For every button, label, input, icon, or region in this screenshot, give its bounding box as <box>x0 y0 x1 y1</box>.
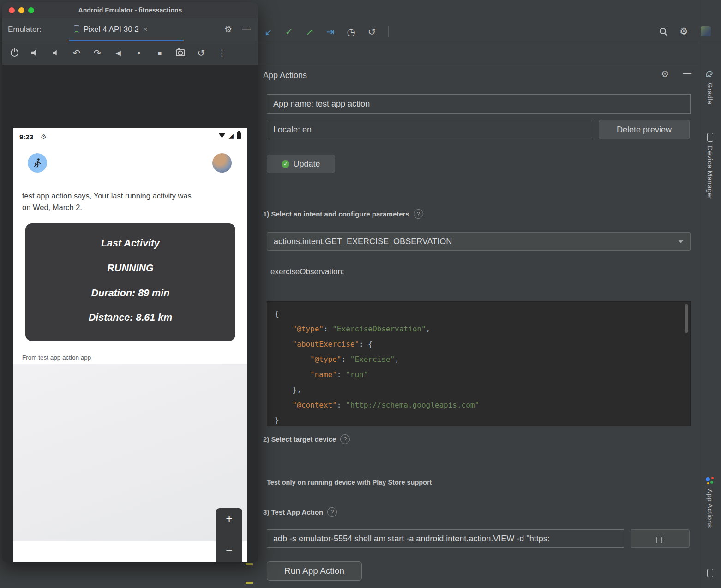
sidebar-item-app-actions[interactable]: App Actions <box>698 475 721 528</box>
commit-check-icon[interactable]: ✓ <box>285 27 294 36</box>
step1-text: 1) Select an intent and configure parame… <box>263 210 409 218</box>
assistant-message-text: test app action says, Your last running … <box>22 190 201 213</box>
step2-label: 2) Select target device ? <box>263 434 350 444</box>
apply-changes-icon[interactable]: ⇥ <box>326 27 335 36</box>
snapshot-history-icon[interactable]: ↺ <box>197 48 206 58</box>
device-tool-icon <box>707 569 713 577</box>
card-duration: Duration: 89 min <box>25 288 235 299</box>
emulator-window: Android Emulator - fitnessactions Emulat… <box>2 2 258 562</box>
sidebar-item-gradle[interactable]: Gradle <box>698 69 721 105</box>
sidebar-label-gradle: Gradle <box>706 83 714 105</box>
device-manager-icon <box>707 133 713 142</box>
rotate-left-icon[interactable]: ↶ <box>72 48 81 58</box>
emulator-minimize-icon[interactable]: — <box>242 24 251 33</box>
tab-active-underline <box>69 40 184 41</box>
sidebar-label-app-actions: App Actions <box>706 489 714 528</box>
locale-field[interactable]: Locale: en <box>267 120 592 139</box>
volume-down-icon[interactable] <box>51 50 60 56</box>
status-gear-icon: ⚙ <box>41 133 47 140</box>
settings-gear-icon[interactable]: ⚙ <box>679 26 688 36</box>
chevron-down-icon <box>678 240 684 243</box>
more-options-icon[interactable]: ⋮ <box>217 48 227 57</box>
tab-close-icon[interactable]: × <box>143 25 148 34</box>
locale-value: Locale: en <box>273 125 312 135</box>
emulator-window-title: Android Emulator - fitnessactions <box>2 6 258 14</box>
step1-label: 1) Select an intent and configure parame… <box>263 209 423 219</box>
emulator-settings-gear-icon[interactable]: ⚙ <box>224 24 232 35</box>
intent-value: actions.intent.GET_EXERCISE_OBSERVATION <box>274 237 452 246</box>
rotate-right-icon[interactable]: ↷ <box>93 48 102 58</box>
zoom-traffic-light[interactable] <box>28 7 34 13</box>
step3-help-icon[interactable]: ? <box>327 507 337 517</box>
attach-debugger-icon[interactable]: ↙ <box>264 27 273 36</box>
assistant-runner-avatar <box>28 153 47 173</box>
emulator-titlebar: Android Emulator - fitnessactions <box>2 2 258 18</box>
zoom-out-button[interactable]: − <box>226 544 233 556</box>
editor-mark <box>246 563 253 565</box>
device-icon <box>74 25 79 33</box>
zoom-overlay: + − 1:1 <box>216 508 242 562</box>
update-label: Update <box>293 159 320 169</box>
step2-help-icon[interactable]: ? <box>340 434 350 444</box>
update-button[interactable]: ✓ Update <box>267 155 335 173</box>
toolbar-separator <box>388 26 389 37</box>
recent-clock-icon[interactable]: ◷ <box>347 27 355 36</box>
json-code: { "@type": "ExerciseObservation", "about… <box>275 306 683 426</box>
app-actions-panel: App Actions ⚙ — App name: test app actio… <box>258 65 698 588</box>
undo-icon[interactable]: ↺ <box>368 27 376 36</box>
card-distance: Distance: 8.61 km <box>25 312 235 324</box>
minimize-traffic-light[interactable] <box>18 7 24 13</box>
status-time: 9:23 <box>19 133 33 141</box>
emulator-toolbar-label: Emulator: <box>8 25 42 34</box>
adb-command-input[interactable] <box>267 529 624 548</box>
delete-preview-label: Delete preview <box>617 125 672 135</box>
back-icon[interactable]: ◀ <box>114 49 123 56</box>
volume-up-icon[interactable] <box>30 49 40 56</box>
assistant-dots-icon <box>705 475 715 485</box>
tab-label: Pixel 4 API 30 2 <box>84 25 139 34</box>
runner-icon <box>32 157 43 168</box>
editor-scrollbar[interactable] <box>685 304 688 333</box>
emulator-tab-row: Emulator: Pixel 4 API 30 2 × ⚙ — <box>2 18 258 41</box>
update-running-app-icon[interactable]: ↗ <box>306 27 314 36</box>
param-json-editor[interactable]: { "@type": "ExerciseObservation", "about… <box>267 301 691 426</box>
delete-preview-button[interactable]: Delete preview <box>599 120 690 139</box>
panel-gear-icon[interactable]: ⚙ <box>661 70 669 78</box>
screenshot-camera-icon[interactable] <box>176 49 185 56</box>
chat-background <box>13 364 247 541</box>
emulator-controls-row: ↶ ↷ ◀ ● ■ ↺ ⋮ <box>2 41 258 65</box>
user-avatar <box>212 153 232 173</box>
device-note: Test only on running device with Play St… <box>267 479 432 486</box>
last-activity-card: Last Activity RUNNING Duration: 89 min D… <box>25 223 235 341</box>
tab-pixel-4-api-30-2[interactable]: Pixel 4 API 30 2 × <box>69 18 184 41</box>
zoom-in-button[interactable]: + <box>226 513 233 524</box>
phone-status-bar: 9:23 ⚙ ◢ <box>19 131 241 142</box>
step1-help-icon[interactable]: ? <box>414 209 423 219</box>
update-check-icon: ✓ <box>282 160 289 168</box>
status-right-icons: ◢ <box>219 132 241 139</box>
gradle-elephant-icon <box>705 69 715 78</box>
panel-minimize-icon[interactable]: — <box>683 69 691 77</box>
card-activity: RUNNING <box>25 263 235 274</box>
copy-command-button[interactable] <box>631 529 690 548</box>
power-icon[interactable] <box>10 49 19 57</box>
intent-select[interactable]: actions.intent.GET_EXERCISE_OBSERVATION <box>267 232 691 251</box>
run-app-action-button[interactable]: Run App Action <box>267 561 362 581</box>
sidebar-item-bottom-device[interactable] <box>698 569 721 577</box>
search-everywhere-icon[interactable] <box>659 27 667 35</box>
home-icon[interactable]: ● <box>134 50 144 56</box>
sidebar-label-device-manager: Device Manager <box>706 146 714 199</box>
app-name-field[interactable]: App name: test app action <box>267 94 691 114</box>
sidebar-item-device-manager[interactable]: Device Manager <box>698 133 721 199</box>
wifi-icon <box>219 133 225 138</box>
param-name-label: exerciseObservation: <box>270 267 344 276</box>
panel-title: App Actions <box>263 71 307 80</box>
step3-label: 3) Test App Action ? <box>263 507 337 517</box>
app-name-value: App name: test app action <box>273 99 370 109</box>
close-traffic-light[interactable] <box>9 7 15 13</box>
card-title: Last Activity <box>25 238 235 249</box>
battery-icon <box>237 132 241 139</box>
step2-text: 2) Select target device <box>263 435 336 443</box>
overview-icon[interactable]: ■ <box>155 50 164 56</box>
step3-text: 3) Test App Action <box>263 508 323 516</box>
